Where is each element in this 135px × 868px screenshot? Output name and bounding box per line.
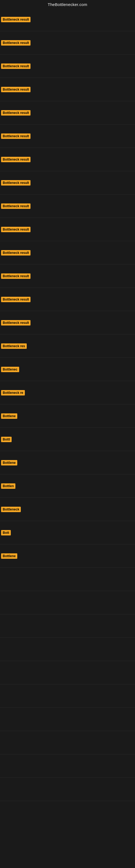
bottleneck-row: Bottleneck result xyxy=(0,241,135,265)
site-header: TheBottlenecker.com xyxy=(0,0,135,8)
empty-row xyxy=(0,754,135,778)
bottleneck-badge[interactable]: Bottlene xyxy=(1,553,17,559)
empty-row xyxy=(0,778,135,801)
bottleneck-badge[interactable]: Bottleneck result xyxy=(1,157,31,162)
bottleneck-badge[interactable]: Bottlene xyxy=(1,460,17,465)
bottleneck-badge[interactable]: Bottleneck result xyxy=(1,63,31,69)
bottleneck-row: Bottl xyxy=(0,428,135,451)
bottleneck-row: Bottleneck result xyxy=(0,288,135,311)
bottleneck-row: Bottlen xyxy=(0,474,135,498)
bottleneck-row: Bottleneck res xyxy=(0,335,135,358)
bottleneck-row: Bottleneck re xyxy=(0,381,135,404)
bottleneck-badge[interactable]: Bott xyxy=(1,530,11,535)
bottleneck-row: Bottleneck result xyxy=(0,78,135,101)
bottleneck-row: Bottlene xyxy=(0,451,135,474)
bottleneck-badge[interactable]: Bottl xyxy=(1,437,12,442)
bottleneck-badge[interactable]: Bottleneck result xyxy=(1,273,31,279)
bottleneck-row: Bottlene xyxy=(0,404,135,428)
bottleneck-row: Bottleneck result xyxy=(0,311,135,335)
bottleneck-row: Bottleneck result xyxy=(0,31,135,55)
bottleneck-row: Bottleneck result xyxy=(0,171,135,194)
bottleneck-badge[interactable]: Bottleneck result xyxy=(1,250,31,255)
empty-row xyxy=(0,661,135,684)
bottleneck-row: Bottleneck result xyxy=(0,124,135,148)
bottleneck-badge[interactable]: Bottleneck result xyxy=(1,297,31,302)
empty-row xyxy=(0,684,135,708)
bottleneck-badge[interactable]: Bottleneck xyxy=(1,507,21,512)
bottleneck-badge[interactable]: Bottleneck result xyxy=(1,110,31,116)
empty-row xyxy=(0,591,135,614)
bottleneck-badge[interactable]: Bottlene xyxy=(1,413,17,419)
bottleneck-badge[interactable]: Bottlenec xyxy=(1,367,19,372)
bottleneck-badge[interactable]: Bottleneck result xyxy=(1,204,31,209)
bottleneck-badge[interactable]: Bottleneck res xyxy=(1,343,27,349)
bottleneck-row: Bottlene xyxy=(0,545,135,568)
empty-row xyxy=(0,708,135,731)
bottleneck-badge[interactable]: Bottleneck result xyxy=(1,320,31,326)
bottleneck-badge[interactable]: Bottleneck result xyxy=(1,87,31,92)
bottleneck-badge[interactable]: Bottlen xyxy=(1,484,15,489)
empty-row xyxy=(0,614,135,638)
bottleneck-badge[interactable]: Bottleneck result xyxy=(1,180,31,186)
bottleneck-row: Bottlenec xyxy=(0,358,135,381)
empty-row xyxy=(0,568,135,591)
bottleneck-row: Bottleneck result xyxy=(0,148,135,171)
bottleneck-row: Bottleneck result xyxy=(0,265,135,288)
empty-row xyxy=(0,731,135,754)
bottleneck-row: Bottleneck result xyxy=(0,55,135,78)
bottleneck-row: Bottleneck result xyxy=(0,194,135,218)
bottleneck-badge[interactable]: Bottleneck re xyxy=(1,390,25,396)
bottleneck-badge[interactable]: Bottleneck result xyxy=(1,17,31,22)
bottleneck-row: Bott xyxy=(0,521,135,545)
bottleneck-badge[interactable]: Bottleneck result xyxy=(1,133,31,139)
empty-row xyxy=(0,638,135,661)
bottleneck-row: Bottleneck result xyxy=(0,8,135,31)
bottleneck-badge[interactable]: Bottleneck result xyxy=(1,40,31,45)
bottleneck-row: Bottleneck xyxy=(0,498,135,521)
bottleneck-row: Bottleneck result xyxy=(0,101,135,124)
bottleneck-badge[interactable]: Bottleneck result xyxy=(1,227,31,232)
bottleneck-row: Bottleneck result xyxy=(0,218,135,241)
